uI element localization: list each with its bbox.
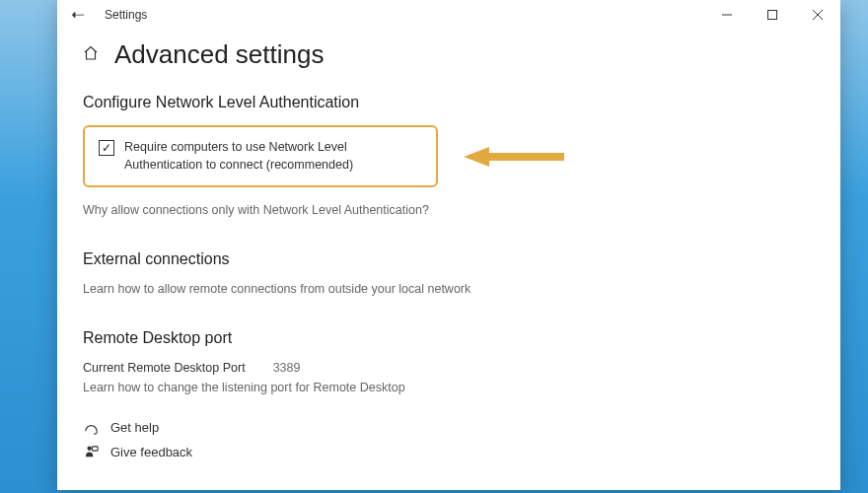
window-controls bbox=[704, 0, 840, 30]
home-icon[interactable] bbox=[83, 45, 99, 65]
nla-highlight-box: Require computers to use Network Level A… bbox=[83, 125, 438, 187]
svg-marker-5 bbox=[464, 147, 489, 167]
port-heading: Remote Desktop port bbox=[83, 329, 815, 347]
footer-links: Get help Give feedback bbox=[83, 420, 815, 459]
settings-window: 🠐 Settings Advanced settings Configur bbox=[57, 0, 840, 490]
titlebar: 🠐 Settings bbox=[57, 0, 840, 30]
get-help-label: Get help bbox=[110, 420, 159, 435]
port-current-value: 3389 bbox=[273, 361, 301, 375]
nla-why-link[interactable]: Why allow connections only with Network … bbox=[83, 203, 815, 217]
feedback-icon bbox=[83, 445, 99, 459]
nla-checkbox-label: Require computers to use Network Level A… bbox=[124, 139, 422, 174]
page-title: Advanced settings bbox=[114, 39, 324, 70]
svg-rect-1 bbox=[768, 11, 777, 20]
external-heading: External connections bbox=[83, 250, 815, 268]
content-area: Advanced settings Configure Network Leve… bbox=[57, 30, 840, 490]
arrow-callout-icon bbox=[460, 143, 568, 171]
external-learn-link[interactable]: Learn how to allow remote connections fr… bbox=[83, 282, 815, 296]
help-icon bbox=[83, 420, 99, 435]
svg-point-6 bbox=[87, 447, 91, 451]
nla-checkbox[interactable] bbox=[99, 140, 114, 156]
minimize-button[interactable] bbox=[704, 0, 750, 30]
port-current-label: Current Remote Desktop Port bbox=[83, 361, 246, 375]
close-button[interactable] bbox=[795, 0, 840, 30]
maximize-button[interactable] bbox=[750, 0, 795, 30]
give-feedback-label: Give feedback bbox=[110, 445, 192, 459]
back-button[interactable]: 🠐 bbox=[71, 7, 85, 23]
window-title: Settings bbox=[105, 8, 147, 22]
give-feedback-link[interactable]: Give feedback bbox=[83, 445, 815, 459]
nla-heading: Configure Network Level Authentication bbox=[83, 94, 815, 111]
svg-rect-7 bbox=[92, 447, 98, 451]
get-help-link[interactable]: Get help bbox=[83, 420, 815, 435]
port-learn-link[interactable]: Learn how to change the listening port f… bbox=[83, 381, 815, 394]
